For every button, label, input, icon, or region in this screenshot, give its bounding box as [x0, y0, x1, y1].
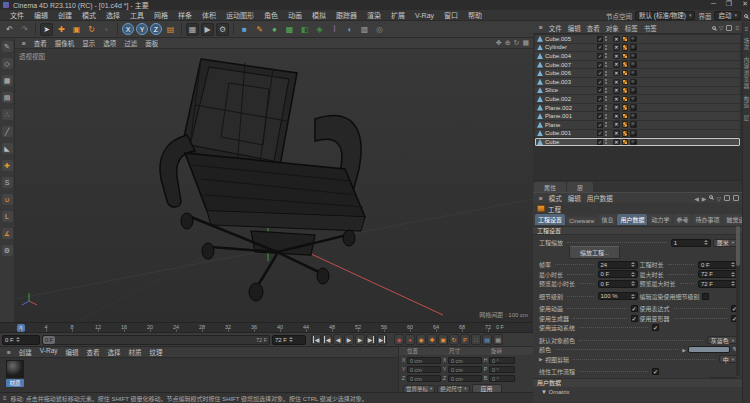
om-menu-4[interactable]: 标签	[622, 23, 641, 33]
visibility-dots[interactable]	[605, 79, 607, 84]
panel-tab-0[interactable]: 属性	[534, 182, 566, 192]
attribute-tab-3[interactable]: 用户数据	[617, 214, 647, 225]
maximize-button[interactable]: ❐	[726, 0, 732, 8]
scale-project-button[interactable]: 缩放工程...	[569, 246, 620, 259]
attribute-tab-6[interactable]: 待办事项	[692, 214, 722, 225]
record-scale-toggle[interactable]: ▣	[438, 334, 448, 345]
editor-visibility-dot[interactable]	[605, 71, 607, 73]
rotation-field[interactable]: 0 °	[489, 366, 515, 373]
expander-icon[interactable]: ▶	[682, 347, 686, 353]
checkbox[interactable]	[702, 293, 709, 300]
material-menu-4[interactable]: 选择	[104, 347, 125, 357]
uvw-tag-icon[interactable]: ✕	[613, 104, 620, 111]
vertical-tab-3[interactable]: 层	[743, 115, 750, 122]
texture-tag-icon[interactable]	[630, 36, 637, 43]
modeling-settings-icon[interactable]: ⚙	[2, 245, 13, 256]
om-menu-1[interactable]: 编辑	[565, 23, 584, 33]
editor-visibility-dot[interactable]	[605, 105, 607, 107]
selection-tag-icon[interactable]	[622, 44, 629, 51]
render-visibility-dot[interactable]	[605, 82, 607, 84]
texture-tag-icon[interactable]	[630, 44, 637, 51]
viewport-menu-3[interactable]: 选项	[99, 38, 120, 48]
rotation-field[interactable]: 0 °	[489, 375, 515, 382]
object-row-plane-002[interactable]: Plane.002✓✕	[535, 104, 740, 112]
render-visibility-dot[interactable]	[605, 134, 607, 136]
selection-tag-icon[interactable]	[622, 61, 629, 68]
texture-tag-icon[interactable]	[630, 96, 637, 103]
om-options-icon[interactable]: ≡	[735, 25, 739, 31]
size-field[interactable]: 0 cm	[448, 357, 482, 364]
attribute-tab-5[interactable]: 参考	[673, 214, 691, 225]
editor-visibility-dot[interactable]	[605, 96, 607, 98]
visibility-dots[interactable]	[605, 131, 607, 136]
selection-tag-icon[interactable]	[622, 130, 629, 137]
attribute-tab-4[interactable]: 动力学	[648, 214, 672, 225]
uvw-tag-icon[interactable]: ✕	[613, 61, 620, 68]
render-settings-icon[interactable]: ⚙	[216, 23, 229, 36]
attribute-tab-0[interactable]: 工程设置	[535, 214, 565, 225]
next-frame-button[interactable]: ▶	[355, 334, 365, 345]
timeline-ruler[interactable]: 0 48121620242832364044485256606468720 F	[0, 322, 533, 333]
object-enabled-toggle[interactable]: ✓	[597, 96, 603, 102]
object-row-cube-002[interactable]: Cube.002✓✕	[535, 95, 740, 103]
om-search-icon[interactable]	[712, 26, 716, 30]
orbit-view-icon[interactable]: ↻	[514, 39, 520, 47]
object-enabled-toggle[interactable]: ✓	[597, 79, 603, 85]
value-field[interactable]: 0 F	[598, 270, 638, 278]
record-key-button[interactable]: ◆	[394, 334, 404, 345]
editor-visibility-dot[interactable]	[605, 122, 607, 124]
menu-item-1[interactable]: 编辑	[29, 10, 53, 21]
editor-visibility-dot[interactable]	[605, 131, 607, 133]
render-visibility-dot[interactable]	[605, 108, 607, 110]
dropdown[interactable]: 灰蓝色▾	[707, 336, 738, 344]
quantize-icon[interactable]: ∡	[2, 228, 13, 239]
spinner-icon[interactable]	[631, 294, 635, 299]
texture-tag-icon[interactable]	[630, 139, 637, 146]
om-layout-icon[interactable]	[726, 25, 732, 31]
attribute-scrollbar[interactable]	[736, 226, 740, 376]
goto-start-button[interactable]: ◀	[311, 334, 321, 345]
om-filter-icon[interactable]: ▽	[719, 24, 724, 31]
editor-visibility-dot[interactable]	[605, 53, 607, 55]
om-menu-3[interactable]: 对象	[603, 23, 622, 33]
texture-tag-icon[interactable]	[630, 130, 637, 137]
menu-item-0[interactable]: 文件	[5, 10, 29, 21]
selection-tag-icon[interactable]	[622, 79, 629, 86]
edges-mode-icon[interactable]: ╱	[2, 126, 13, 137]
visibility-dots[interactable]	[605, 88, 607, 93]
menu-item-12[interactable]: 模拟	[307, 10, 331, 21]
object-enabled-toggle[interactable]: ✓	[597, 113, 603, 119]
object-enabled-toggle[interactable]: ✓	[597, 139, 603, 145]
texture-tag-icon[interactable]	[630, 70, 637, 77]
redo-icon[interactable]: ↷	[18, 23, 31, 36]
perspective-viewport[interactable]: 透视视图	[15, 49, 533, 322]
add-subdiv-icon[interactable]: ●	[268, 23, 281, 36]
value-field[interactable]: 100 %	[598, 292, 638, 300]
undo-icon[interactable]: ↶	[3, 23, 16, 36]
material-manager[interactable]: 材质	[0, 358, 398, 392]
object-row-cylinder[interactable]: Cylinder✓✕	[535, 44, 740, 52]
unit-select[interactable]: 厘米▾	[713, 239, 738, 247]
object-enabled-toggle[interactable]: ✓	[597, 70, 603, 76]
checkbox[interactable]: ✓	[652, 324, 659, 331]
add-volume-icon[interactable]: ◖	[343, 23, 356, 36]
history-back-icon[interactable]: ◀	[694, 195, 699, 202]
viewport-burger-icon[interactable]: ≡	[18, 40, 30, 47]
object-row-cube-007[interactable]: Cube.007✓✕	[535, 61, 740, 69]
search-icon[interactable]	[744, 14, 748, 18]
editor-visibility-dot[interactable]	[605, 45, 607, 47]
visibility-dots[interactable]	[605, 96, 607, 101]
render-visibility-dot[interactable]	[605, 91, 607, 93]
spinner-icon[interactable]	[731, 272, 735, 277]
checkbox[interactable]: ✓	[631, 315, 638, 322]
user-data-omatrix-row[interactable]: ▼ Omatrix	[533, 387, 742, 403]
visibility-dots[interactable]	[605, 62, 607, 67]
texture-mode-icon[interactable]: ▦	[2, 75, 13, 86]
add-symmetry-icon[interactable]: ◈	[313, 23, 326, 36]
om-menu-2[interactable]: 查看	[584, 23, 603, 33]
attribute-burger-icon[interactable]: ≡	[536, 195, 546, 202]
object-row-cube-003[interactable]: Cube.003✓✕	[535, 78, 740, 86]
render-picture-icon[interactable]: ▶	[201, 23, 214, 36]
spinner-icon[interactable]	[731, 262, 735, 267]
object-enabled-toggle[interactable]: ✓	[597, 53, 603, 59]
